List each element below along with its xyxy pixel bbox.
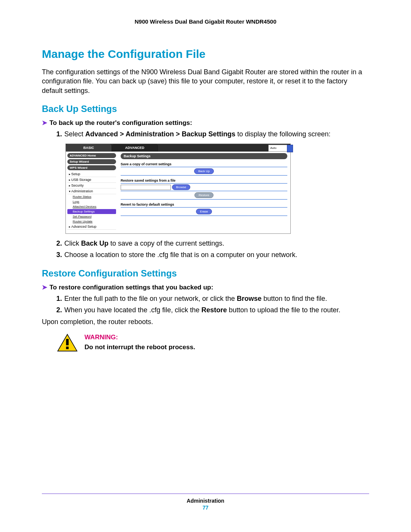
warning-icon: [57, 334, 78, 353]
restore-button[interactable]: Restore: [194, 192, 213, 198]
file-path-input[interactable]: [121, 185, 171, 190]
tab-advanced[interactable]: ADVANCED: [112, 144, 158, 152]
sidebar-item-security[interactable]: Security: [67, 183, 116, 189]
sidebar-item-administration[interactable]: Administration: [67, 189, 116, 194]
intro-paragraph: The configuration settings of the N900 W…: [42, 67, 369, 95]
procedure-restore-head: ➤To restore configuration settings that …: [42, 283, 369, 291]
restore-step-2: 2.When you have located the .cfg file, c…: [65, 305, 369, 315]
backup-step-1: 1.Select Advanced > Administration > Bac…: [65, 129, 369, 139]
erase-button[interactable]: Erase: [196, 209, 212, 214]
panel-title: Backup Settings: [121, 153, 287, 159]
svg-rect-2: [66, 347, 69, 349]
sidebar-sub-router-update[interactable]: Router Update: [67, 219, 116, 224]
back-up-button[interactable]: Back Up: [194, 168, 214, 174]
warning-body: Do not interrupt the reboot process.: [84, 343, 195, 351]
backup-step-2: 2.Click Back Up to save a copy of the cu…: [65, 238, 369, 248]
sidebar-sub-set-password[interactable]: Set Password: [67, 214, 116, 219]
arrow-icon: ➤: [42, 284, 47, 291]
sidebar-sub-backup-settings[interactable]: Backup Settings: [67, 209, 116, 214]
sidebar-item-advanced-home[interactable]: ADVANCED Home: [67, 153, 116, 158]
browse-button[interactable]: Browse: [172, 184, 191, 190]
footer-page-number: 77: [42, 505, 369, 511]
section-revert-factory: Revert to factory default settings: [121, 202, 287, 208]
embedded-screenshot: BASIC ADVANCED Auto ADVANCED Home Setup …: [65, 144, 291, 234]
tab-basic[interactable]: BASIC: [66, 144, 112, 152]
svg-rect-1: [66, 339, 69, 345]
sidebar-sub-attached-devices[interactable]: Attached Devices: [67, 204, 116, 209]
footer-section-name: Administration: [42, 498, 369, 504]
sidebar-item-setup-wizard[interactable]: Setup Wizard: [67, 159, 116, 164]
procedure-backup-head: ➤To back up the router's configuration s…: [42, 119, 369, 127]
page-footer: Administration 77: [42, 494, 369, 511]
arrow-icon: ➤: [42, 119, 47, 126]
document-header: N900 Wireless Dual Band Gigabit Router W…: [42, 18, 369, 25]
restore-final-note: Upon completion, the router reboots.: [42, 317, 369, 326]
sidebar-item-wps-wizard[interactable]: WPS Wizard: [67, 165, 116, 170]
sidebar: ADVANCED Home Setup Wizard WPS Wizard Se…: [66, 152, 118, 233]
warning-heading: WARNING:: [84, 334, 195, 341]
sidebar-item-advanced-setup[interactable]: Advanced Setup: [67, 224, 116, 230]
sidebar-sub-router-status[interactable]: Router Status: [67, 194, 116, 199]
section-save-copy: Save a copy of current settings: [121, 161, 287, 167]
backup-step-3: 3.Choose a location to store the .cfg fi…: [65, 250, 369, 260]
language-dropdown[interactable]: Auto: [268, 145, 288, 152]
heading-restore-config: Restore Configuration Settings: [42, 268, 369, 279]
main-panel: Backup Settings Save a copy of current s…: [118, 152, 290, 233]
sidebar-item-setup[interactable]: Setup: [67, 171, 116, 177]
heading-manage-config: Manage the Configuration File: [42, 48, 369, 61]
section-restore-from-file: Restore saved settings from a file: [121, 178, 287, 184]
sidebar-sub-logs[interactable]: Logs: [67, 199, 116, 204]
warning-block: WARNING: Do not interrupt the reboot pro…: [57, 334, 369, 353]
restore-step-1: 1.Enter the full path to the file on you…: [65, 294, 369, 304]
heading-back-up-settings: Back Up Settings: [42, 104, 369, 114]
sidebar-item-usb-storage[interactable]: USB Storage: [67, 177, 116, 183]
